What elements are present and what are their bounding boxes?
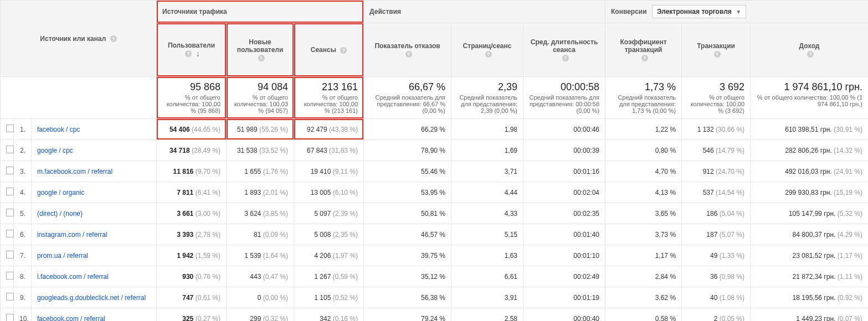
row-checkbox[interactable]	[1, 224, 14, 245]
group-traffic: Источники трафика	[157, 1, 364, 23]
source-link[interactable]: prom.ua / referral	[32, 245, 157, 266]
help-icon[interactable]: ?	[807, 51, 814, 58]
cell-duration: 00:00:40	[523, 308, 605, 322]
cell-pps: 4,44	[451, 182, 523, 203]
cell-new-users: 3 624 (3,85 %)	[227, 203, 294, 224]
cell-duration: 00:02:49	[523, 266, 605, 287]
source-link[interactable]: instagram.com / referral	[32, 224, 157, 245]
help-icon[interactable]: ?	[258, 55, 265, 61]
cell-bounce: 35,12 %	[364, 266, 451, 287]
row-index: 4.	[14, 182, 32, 203]
source-link[interactable]: google / cpc	[32, 140, 157, 161]
row-checkbox[interactable]	[1, 287, 14, 308]
cell-pps: 4,33	[451, 203, 523, 224]
cell-trans-rate: 0,58 %	[605, 308, 682, 322]
col-revenue[interactable]: Доход ?	[751, 23, 868, 77]
help-icon[interactable]: ?	[485, 51, 492, 58]
table-row: 2.google / cpc34 718 (28,49 %)31 538 (33…	[1, 140, 869, 161]
row-checkbox[interactable]	[1, 119, 14, 140]
help-icon[interactable]: ?	[340, 47, 347, 54]
col-new-users[interactable]: Новые пользователи ?	[227, 23, 294, 77]
source-link[interactable]: m.facebook.com / referral	[32, 161, 157, 182]
sort-desc-icon: ↓	[196, 49, 200, 58]
cell-revenue: 84 800,37 грн. (4,29 %)	[751, 224, 868, 245]
source-link[interactable]: (direct) / (none)	[32, 203, 157, 224]
help-icon[interactable]: ?	[110, 35, 117, 42]
cell-revenue: 299 930,83 грн. (15,19 %)	[751, 182, 868, 203]
help-icon[interactable]: ?	[641, 55, 648, 61]
cell-sessions: 67 843 (31,83 %)	[294, 140, 364, 161]
cell-users: 11 816 (9,70 %)	[157, 161, 227, 182]
cell-revenue: 18 195,56 грн. (0,92 %)	[751, 287, 868, 308]
col-duration[interactable]: Сред. длительность сеанса ?	[523, 23, 605, 77]
help-icon[interactable]: ?	[562, 55, 569, 61]
cell-new-users: 51 989 (55,26 %)	[227, 119, 294, 140]
cell-users: 7 811 (6,41 %)	[157, 182, 227, 203]
source-link[interactable]: googleads.g.doubleclick.net / referral	[32, 287, 157, 308]
cell-trans-rate: 1,22 %	[605, 119, 682, 140]
row-checkbox[interactable]	[1, 266, 14, 287]
cell-pps: 6,61	[451, 266, 523, 287]
cell-duration: 00:01:40	[523, 224, 605, 245]
cell-trans-rate: 2,84 %	[605, 266, 682, 287]
row-index: 3.	[14, 161, 32, 182]
col-trans-rate[interactable]: Коэффициент транзакций ?	[605, 23, 682, 77]
cell-trans: 187 (5,07 %)	[682, 224, 751, 245]
cell-users: 3 661 (3,00 %)	[157, 203, 227, 224]
cell-duration: 00:02:04	[523, 182, 605, 203]
table-row: 1.facebook / cpc54 406 (44,65 %)51 989 (…	[1, 119, 869, 140]
cell-duration: 00:01:10	[523, 245, 605, 266]
source-link[interactable]: google / organic	[32, 182, 157, 203]
cell-new-users: 1 893 (2,01 %)	[227, 182, 294, 203]
cell-duration: 00:02:35	[523, 203, 605, 224]
table-row: 5.(direct) / (none)3 661 (3,00 %)3 624 (…	[1, 203, 869, 224]
conversion-select[interactable]: Электронная торговля ▼	[652, 5, 746, 18]
cell-pps: 2,58	[451, 308, 523, 322]
cell-users: 54 406 (44,65 %)	[157, 119, 227, 140]
cell-sessions: 1 105 (0,52 %)	[294, 287, 364, 308]
table-row: 10.facebook.com / referral325 (0,27 %)29…	[1, 308, 869, 322]
help-icon[interactable]: ?	[405, 51, 412, 58]
cell-revenue: 610 398,51 грн. (30,91 %)	[751, 119, 868, 140]
cell-duration: 00:01:19	[523, 287, 605, 308]
row-checkbox[interactable]	[1, 308, 14, 322]
row-checkbox[interactable]	[1, 203, 14, 224]
row-index: 2.	[14, 140, 32, 161]
col-dimension[interactable]: Источник или канал ?	[1, 1, 157, 77]
cell-sessions: 342 (0,16 %)	[294, 308, 364, 322]
help-icon[interactable]: ?	[714, 51, 721, 58]
row-checkbox[interactable]	[1, 161, 14, 182]
col-trans[interactable]: Транзакции ?	[682, 23, 751, 77]
row-index: 6.	[14, 224, 32, 245]
col-pps[interactable]: Страниц/сеанс ?	[451, 23, 523, 77]
row-checkbox[interactable]	[1, 140, 14, 161]
cell-duration: 00:00:39	[523, 140, 605, 161]
cell-trans-rate: 3,73 %	[605, 224, 682, 245]
cell-bounce: 39,75 %	[364, 245, 451, 266]
cell-revenue: 492 016,03 грн. (24,91 %)	[751, 161, 868, 182]
group-conversions: Конверсии Электронная торговля ▼	[605, 1, 868, 23]
cell-users: 930 (0,76 %)	[157, 266, 227, 287]
col-users[interactable]: Пользователи ? ↓	[157, 23, 227, 77]
help-icon[interactable]: ?	[185, 50, 192, 57]
cell-trans-rate: 0,80 %	[605, 140, 682, 161]
source-link[interactable]: facebook / cpc	[32, 119, 157, 140]
row-checkbox[interactable]	[1, 182, 14, 203]
source-link[interactable]: l.facebook.com / referral	[32, 266, 157, 287]
cell-trans: 49 (1,33 %)	[682, 245, 751, 266]
cell-users: 1 942 (1,59 %)	[157, 245, 227, 266]
source-link[interactable]: facebook.com / referral	[32, 308, 157, 322]
cell-sessions: 19 410 (9,11 %)	[294, 161, 364, 182]
cell-new-users: 1 655 (1,76 %)	[227, 161, 294, 182]
col-sessions[interactable]: Сеансы ?	[294, 23, 364, 77]
cell-sessions: 13 005 (6,10 %)	[294, 182, 364, 203]
cell-bounce: 78,90 %	[364, 140, 451, 161]
row-checkbox[interactable]	[1, 245, 14, 266]
table-row: 6.instagram.com / referral3 393 (2,78 %)…	[1, 224, 869, 245]
cell-trans: 1 132 (30,66 %)	[682, 119, 751, 140]
cell-new-users: 31 538 (33,52 %)	[227, 140, 294, 161]
row-index: 10.	[14, 308, 32, 322]
col-bounce[interactable]: Показатель отказов ?	[364, 23, 451, 77]
table-row: 3.m.facebook.com / referral11 816 (9,70 …	[1, 161, 869, 182]
cell-sessions: 4 206 (1,97 %)	[294, 245, 364, 266]
